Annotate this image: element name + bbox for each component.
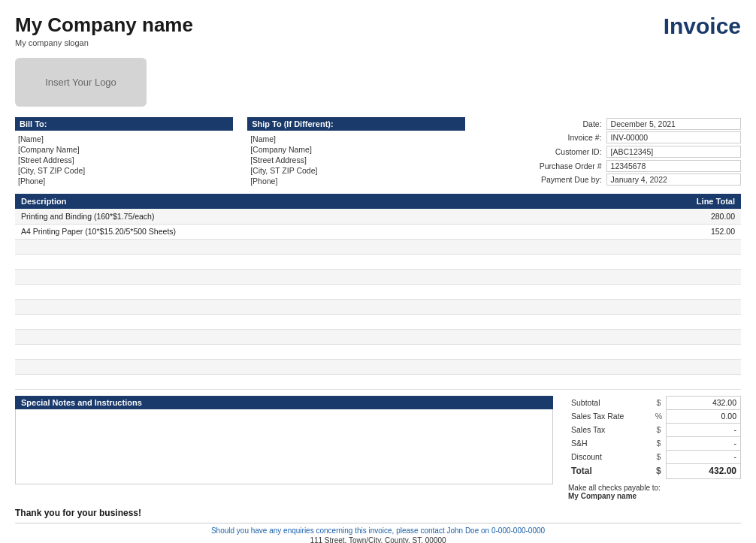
row-description: Printing and Binding (160*$1.75/each)	[15, 209, 666, 224]
sh-value: -	[667, 436, 741, 450]
row-line-total	[666, 284, 741, 299]
tax-rate-row: Sales Tax Rate % 0.00	[568, 409, 741, 423]
table-row	[15, 329, 741, 344]
sh-row: S&H $ -	[568, 436, 741, 450]
date-value: December 5, 2021	[606, 118, 741, 130]
col-line-total: Line Total	[666, 194, 741, 209]
bill-to-section: Bill To: [Name] [Company Name] [Street A…	[15, 117, 233, 186]
footer-address: 111 Street, Town/City, County, ST, 00000	[15, 536, 741, 544]
ship-to-name: [Name]	[247, 134, 465, 144]
table-row	[15, 299, 741, 314]
bill-to-name: [Name]	[15, 134, 233, 144]
due-label: Payment Due by:	[479, 174, 601, 185]
sales-tax-currency: $	[652, 423, 667, 436]
logo-label: Insert Your Logo	[45, 77, 116, 88]
row-description	[15, 374, 666, 389]
total-value: 432.00	[667, 463, 741, 478]
invoice-num-label: Invoice #:	[479, 132, 601, 143]
table-row	[15, 269, 741, 284]
row-description	[15, 359, 666, 374]
bill-to-header: Bill To:	[15, 117, 233, 131]
tax-rate-value: 0.00	[667, 409, 741, 423]
table-row	[15, 374, 741, 389]
invoice-title: Invoice	[664, 14, 741, 39]
ship-to-city: [City, ST ZIP Code]	[247, 165, 465, 176]
total-currency: $	[652, 463, 667, 478]
row-line-total	[666, 299, 741, 314]
row-description	[15, 269, 666, 284]
footer-contact: Should you have any enquiries concerning…	[15, 523, 741, 535]
sales-tax-label: Sales Tax	[568, 423, 652, 436]
row-line-total	[666, 329, 741, 344]
ship-to-header: Ship To (If Different):	[247, 117, 465, 131]
col-description: Description	[15, 194, 666, 209]
table-row: A4 Printing Paper (10*$15.20/5*500 Sheet…	[15, 224, 741, 239]
company-slogan: My company slogan	[15, 38, 193, 47]
row-line-total	[666, 254, 741, 269]
totals-table: Subtotal $ 432.00 Sales Tax Rate % 0.00 …	[568, 396, 741, 479]
ship-to-phone: [Phone]	[247, 176, 465, 186]
subtotal-currency: $	[652, 396, 667, 409]
row-description	[15, 344, 666, 359]
po-value: 12345678	[606, 160, 741, 172]
sales-tax-value: -	[667, 423, 741, 436]
discount-label: Discount	[568, 450, 652, 463]
row-line-total: 280.00	[666, 209, 741, 224]
date-label: Date:	[479, 119, 601, 129]
invoice-details: Date: December 5, 2021 Invoice #: INV-00…	[479, 117, 741, 186]
total-row: Total $ 432.00	[568, 463, 741, 478]
table-row	[15, 359, 741, 374]
sh-currency: $	[652, 436, 667, 450]
discount-currency: $	[652, 450, 667, 463]
subtotal-row: Subtotal $ 432.00	[568, 396, 741, 409]
sales-tax-row: Sales Tax $ -	[568, 423, 741, 436]
tax-rate-currency: %	[652, 409, 667, 423]
bill-to-street: [Street Address]	[15, 155, 233, 165]
row-line-total	[666, 239, 741, 254]
row-description: A4 Printing Paper (10*$15.20/5*500 Sheet…	[15, 224, 666, 239]
customer-id-value: [ABC12345]	[606, 146, 741, 158]
row-line-total	[666, 269, 741, 284]
row-description	[15, 254, 666, 269]
due-value: January 4, 2022	[606, 173, 741, 186]
bill-to-phone: [Phone]	[15, 176, 233, 186]
subtotal-value: 432.00	[667, 396, 741, 409]
invoice-table: Description Line Total Printing and Bind…	[15, 194, 741, 390]
bill-to-company: [Company Name]	[15, 144, 233, 155]
customer-id-label: Customer ID:	[479, 146, 601, 157]
po-label: Purchase Order #	[479, 161, 601, 171]
table-row	[15, 239, 741, 254]
checks-payable-company: My Company name	[568, 492, 637, 500]
totals-section: Subtotal $ 432.00 Sales Tax Rate % 0.00 …	[553, 396, 741, 500]
row-description	[15, 314, 666, 329]
table-row	[15, 344, 741, 359]
row-description	[15, 284, 666, 299]
ship-to-street: [Street Address]	[247, 155, 465, 165]
subtotal-label: Subtotal	[568, 396, 652, 409]
total-label: Total	[568, 463, 652, 478]
row-line-total	[666, 374, 741, 389]
checks-payable-label: Make all checks payable to:	[568, 484, 661, 492]
table-row	[15, 254, 741, 269]
ship-to-company: [Company Name]	[247, 144, 465, 155]
row-description	[15, 299, 666, 314]
discount-row: Discount $ -	[568, 450, 741, 463]
checks-payable: Make all checks payable to: My Company n…	[568, 484, 741, 500]
row-line-total	[666, 344, 741, 359]
logo-box[interactable]: Insert Your Logo	[15, 58, 147, 107]
discount-value: -	[667, 450, 741, 463]
table-row: Printing and Binding (160*$1.75/each)280…	[15, 209, 741, 224]
row-line-total	[666, 359, 741, 374]
table-row	[15, 314, 741, 329]
bill-to-city: [City, ST ZIP Code]	[15, 165, 233, 176]
company-name: My Company name	[15, 14, 193, 37]
row-description	[15, 239, 666, 254]
notes-header: Special Notes and Instructions	[15, 396, 553, 409]
invoice-num-value: INV-00000	[606, 131, 741, 143]
row-line-total: 152.00	[666, 224, 741, 239]
sh-label: S&H	[568, 436, 652, 450]
ship-to-section: Ship To (If Different): [Name] [Company …	[247, 117, 465, 186]
notes-body[interactable]	[15, 409, 553, 484]
table-row	[15, 284, 741, 299]
thank-you: Thank you for your business!	[15, 508, 741, 518]
